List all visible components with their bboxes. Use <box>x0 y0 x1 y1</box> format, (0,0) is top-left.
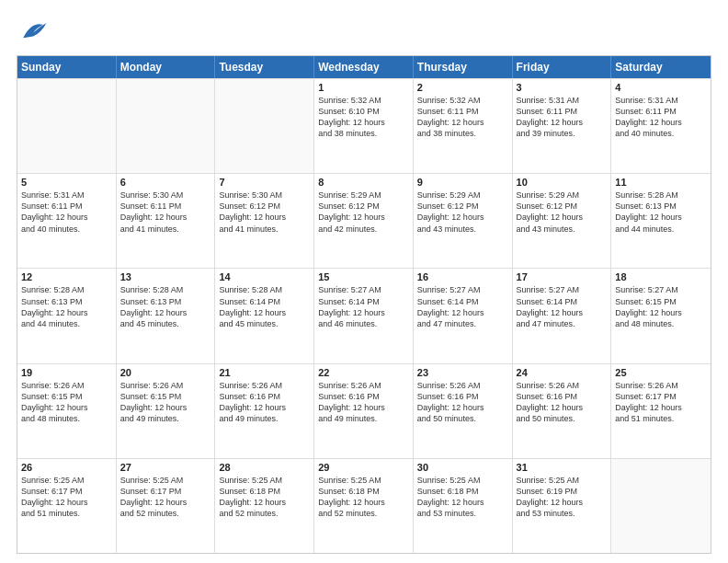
day-number: 19 <box>21 367 112 378</box>
cell-info: Sunrise: 5:26 AM Sunset: 6:16 PM Dayligh… <box>417 380 508 425</box>
cell-info: Sunrise: 5:26 AM Sunset: 6:17 PM Dayligh… <box>615 380 707 425</box>
cal-cell: 12Sunrise: 5:28 AM Sunset: 6:13 PM Dayli… <box>17 269 117 362</box>
day-number: 22 <box>318 367 409 378</box>
cell-info: Sunrise: 5:32 AM Sunset: 6:10 PM Dayligh… <box>318 95 409 140</box>
header <box>17 15 711 48</box>
cal-cell: 25Sunrise: 5:26 AM Sunset: 6:17 PM Dayli… <box>611 364 711 458</box>
cell-info: Sunrise: 5:31 AM Sunset: 6:11 PM Dayligh… <box>517 95 608 140</box>
day-number: 15 <box>318 271 409 282</box>
cal-cell: 13Sunrise: 5:28 AM Sunset: 6:13 PM Dayli… <box>117 269 216 362</box>
page: SundayMondayTuesdayWednesdayThursdayFrid… <box>0 0 728 563</box>
day-number: 31 <box>517 462 608 473</box>
day-number: 14 <box>219 271 310 282</box>
cell-info: Sunrise: 5:31 AM Sunset: 6:11 PM Dayligh… <box>21 190 112 235</box>
day-number: 26 <box>21 462 112 473</box>
cell-info: Sunrise: 5:29 AM Sunset: 6:12 PM Dayligh… <box>417 190 508 235</box>
cal-header-day: Sunday <box>17 56 117 78</box>
cell-info: Sunrise: 5:28 AM Sunset: 6:13 PM Dayligh… <box>21 284 112 329</box>
calendar-header: SundayMondayTuesdayWednesdayThursdayFrid… <box>17 56 711 78</box>
cal-cell: 14Sunrise: 5:28 AM Sunset: 6:14 PM Dayli… <box>215 269 314 362</box>
day-number: 5 <box>21 177 112 188</box>
cal-cell: 15Sunrise: 5:27 AM Sunset: 6:14 PM Dayli… <box>314 269 414 362</box>
cal-cell: 5Sunrise: 5:31 AM Sunset: 6:11 PM Daylig… <box>17 174 117 268</box>
day-number: 18 <box>615 271 707 282</box>
cal-cell: 28Sunrise: 5:25 AM Sunset: 6:18 PM Dayli… <box>215 459 314 553</box>
cal-cell: 21Sunrise: 5:26 AM Sunset: 6:16 PM Dayli… <box>215 364 314 458</box>
day-number: 29 <box>318 462 409 473</box>
day-number: 9 <box>417 177 508 188</box>
cell-info: Sunrise: 5:26 AM Sunset: 6:15 PM Dayligh… <box>21 380 112 425</box>
cell-info: Sunrise: 5:26 AM Sunset: 6:15 PM Dayligh… <box>120 380 211 425</box>
cal-cell: 26Sunrise: 5:25 AM Sunset: 6:17 PM Dayli… <box>17 459 117 553</box>
cal-week-row: 12Sunrise: 5:28 AM Sunset: 6:13 PM Dayli… <box>17 268 711 362</box>
day-number: 24 <box>517 367 608 378</box>
cal-cell: 8Sunrise: 5:29 AM Sunset: 6:12 PM Daylig… <box>314 174 414 268</box>
cal-cell: 19Sunrise: 5:26 AM Sunset: 6:15 PM Dayli… <box>17 364 117 458</box>
cal-cell <box>215 79 314 173</box>
cell-info: Sunrise: 5:25 AM Sunset: 6:18 PM Dayligh… <box>318 475 409 520</box>
calendar: SundayMondayTuesdayWednesdayThursdayFrid… <box>17 55 711 554</box>
cell-info: Sunrise: 5:26 AM Sunset: 6:16 PM Dayligh… <box>318 380 409 425</box>
day-number: 11 <box>615 177 707 188</box>
cal-cell: 3Sunrise: 5:31 AM Sunset: 6:11 PM Daylig… <box>513 79 612 173</box>
cell-info: Sunrise: 5:30 AM Sunset: 6:12 PM Dayligh… <box>219 190 310 235</box>
logo <box>17 15 53 48</box>
day-number: 10 <box>517 177 608 188</box>
cell-info: Sunrise: 5:28 AM Sunset: 6:13 PM Dayligh… <box>120 284 211 329</box>
cal-cell: 7Sunrise: 5:30 AM Sunset: 6:12 PM Daylig… <box>215 174 314 268</box>
cell-info: Sunrise: 5:26 AM Sunset: 6:16 PM Dayligh… <box>219 380 310 425</box>
cal-cell: 17Sunrise: 5:27 AM Sunset: 6:14 PM Dayli… <box>513 269 612 362</box>
day-number: 27 <box>120 462 211 473</box>
cell-info: Sunrise: 5:27 AM Sunset: 6:14 PM Dayligh… <box>517 284 608 329</box>
cal-header-day: Tuesday <box>215 56 314 78</box>
cal-cell: 18Sunrise: 5:27 AM Sunset: 6:15 PM Dayli… <box>611 269 711 362</box>
cal-week-row: 1Sunrise: 5:32 AM Sunset: 6:10 PM Daylig… <box>17 78 711 173</box>
cal-cell <box>17 79 117 173</box>
cal-cell: 16Sunrise: 5:27 AM Sunset: 6:14 PM Dayli… <box>414 269 513 362</box>
cell-info: Sunrise: 5:25 AM Sunset: 6:17 PM Dayligh… <box>21 475 112 520</box>
cal-cell: 9Sunrise: 5:29 AM Sunset: 6:12 PM Daylig… <box>414 174 513 268</box>
day-number: 23 <box>417 367 508 378</box>
cell-info: Sunrise: 5:27 AM Sunset: 6:14 PM Dayligh… <box>318 284 409 329</box>
cal-header-day: Wednesday <box>314 56 414 78</box>
cal-week-row: 26Sunrise: 5:25 AM Sunset: 6:17 PM Dayli… <box>17 458 711 553</box>
cell-info: Sunrise: 5:25 AM Sunset: 6:18 PM Dayligh… <box>417 475 508 520</box>
logo-icon <box>17 15 50 48</box>
cell-info: Sunrise: 5:25 AM Sunset: 6:18 PM Dayligh… <box>219 475 310 520</box>
cell-info: Sunrise: 5:25 AM Sunset: 6:17 PM Dayligh… <box>120 475 211 520</box>
cal-header-day: Monday <box>117 56 216 78</box>
cal-cell: 24Sunrise: 5:26 AM Sunset: 6:16 PM Dayli… <box>513 364 612 458</box>
day-number: 6 <box>120 177 211 188</box>
cell-info: Sunrise: 5:29 AM Sunset: 6:12 PM Dayligh… <box>318 190 409 235</box>
day-number: 30 <box>417 462 508 473</box>
cell-info: Sunrise: 5:31 AM Sunset: 6:11 PM Dayligh… <box>615 95 707 140</box>
day-number: 17 <box>517 271 608 282</box>
day-number: 2 <box>417 82 508 93</box>
cell-info: Sunrise: 5:27 AM Sunset: 6:15 PM Dayligh… <box>615 284 707 329</box>
cal-week-row: 19Sunrise: 5:26 AM Sunset: 6:15 PM Dayli… <box>17 363 711 458</box>
cal-header-day: Saturday <box>611 56 711 78</box>
cell-info: Sunrise: 5:32 AM Sunset: 6:11 PM Dayligh… <box>417 95 508 140</box>
calendar-body: 1Sunrise: 5:32 AM Sunset: 6:10 PM Daylig… <box>17 78 711 553</box>
cell-info: Sunrise: 5:28 AM Sunset: 6:14 PM Dayligh… <box>219 284 310 329</box>
cal-cell: 1Sunrise: 5:32 AM Sunset: 6:10 PM Daylig… <box>314 79 414 173</box>
day-number: 4 <box>615 82 707 93</box>
day-number: 16 <box>417 271 508 282</box>
cal-cell <box>611 459 711 553</box>
cell-info: Sunrise: 5:26 AM Sunset: 6:16 PM Dayligh… <box>517 380 608 425</box>
day-number: 7 <box>219 177 310 188</box>
day-number: 20 <box>120 367 211 378</box>
cal-cell: 22Sunrise: 5:26 AM Sunset: 6:16 PM Dayli… <box>314 364 414 458</box>
day-number: 12 <box>21 271 112 282</box>
cal-cell: 30Sunrise: 5:25 AM Sunset: 6:18 PM Dayli… <box>414 459 513 553</box>
cal-header-day: Friday <box>513 56 612 78</box>
cal-cell: 23Sunrise: 5:26 AM Sunset: 6:16 PM Dayli… <box>414 364 513 458</box>
cell-info: Sunrise: 5:27 AM Sunset: 6:14 PM Dayligh… <box>417 284 508 329</box>
day-number: 1 <box>318 82 409 93</box>
cell-info: Sunrise: 5:25 AM Sunset: 6:19 PM Dayligh… <box>517 475 608 520</box>
cal-cell: 31Sunrise: 5:25 AM Sunset: 6:19 PM Dayli… <box>513 459 612 553</box>
cal-cell: 29Sunrise: 5:25 AM Sunset: 6:18 PM Dayli… <box>314 459 414 553</box>
cal-week-row: 5Sunrise: 5:31 AM Sunset: 6:11 PM Daylig… <box>17 173 711 268</box>
day-number: 8 <box>318 177 409 188</box>
day-number: 3 <box>517 82 608 93</box>
